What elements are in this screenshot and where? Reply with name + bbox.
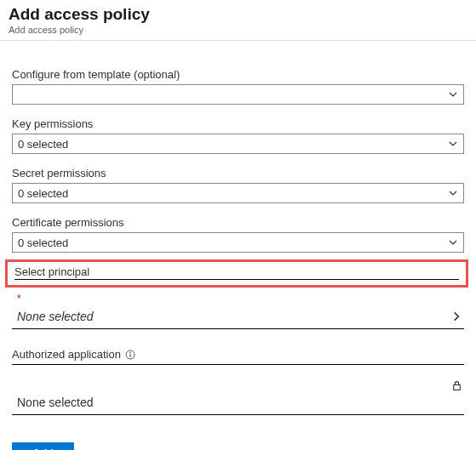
key-permissions-dropdown[interactable]: 0 selected xyxy=(12,134,464,154)
chevron-down-icon xyxy=(448,188,458,198)
secret-permissions-dropdown[interactable]: 0 selected xyxy=(12,183,464,203)
template-dropdown[interactable] xyxy=(12,84,464,105)
form-content: Configure from template (optional) Key p… xyxy=(0,41,476,450)
svg-rect-2 xyxy=(129,354,130,357)
chevron-down-icon xyxy=(448,237,458,248)
lock-icon-container xyxy=(12,380,464,394)
select-principal-selector[interactable]: None selected xyxy=(12,306,464,329)
add-button[interactable]: Add xyxy=(12,442,74,450)
lock-icon xyxy=(451,380,462,394)
page-title: Add access policy xyxy=(9,5,467,24)
svg-rect-3 xyxy=(454,384,461,390)
secret-permissions-label: Secret permissions xyxy=(12,167,464,179)
select-principal-label: Select principal xyxy=(14,265,459,280)
key-permissions-value: 0 selected xyxy=(18,138,68,151)
page-subtitle: Add access policy xyxy=(9,25,467,35)
key-permissions-label: Key permissions xyxy=(12,117,464,130)
select-principal-highlight: Select principal xyxy=(5,259,468,288)
authorized-application-selector: None selected xyxy=(12,396,464,415)
authorized-application-label-text: Authorized application xyxy=(12,348,121,361)
chevron-right-icon xyxy=(450,310,462,322)
chevron-down-icon xyxy=(448,139,458,149)
secret-permissions-value: 0 selected xyxy=(18,187,68,200)
page-header: Add access policy Add access policy xyxy=(0,0,476,41)
certificate-permissions-value: 0 selected xyxy=(18,236,68,249)
authorized-application-value: None selected xyxy=(17,396,94,409)
authorized-application-label: Authorized application xyxy=(12,348,464,365)
authorized-application-row: None selected xyxy=(12,380,464,415)
svg-point-1 xyxy=(129,351,131,353)
select-principal-value: None selected xyxy=(17,310,94,323)
required-marker: * xyxy=(17,293,464,305)
certificate-permissions-dropdown[interactable]: 0 selected xyxy=(12,232,464,253)
info-icon xyxy=(125,350,135,360)
template-label: Configure from template (optional) xyxy=(12,68,464,81)
chevron-down-icon xyxy=(448,89,458,100)
certificate-permissions-label: Certificate permissions xyxy=(12,216,464,229)
authorized-application-section: Authorized application None selected xyxy=(12,348,464,415)
